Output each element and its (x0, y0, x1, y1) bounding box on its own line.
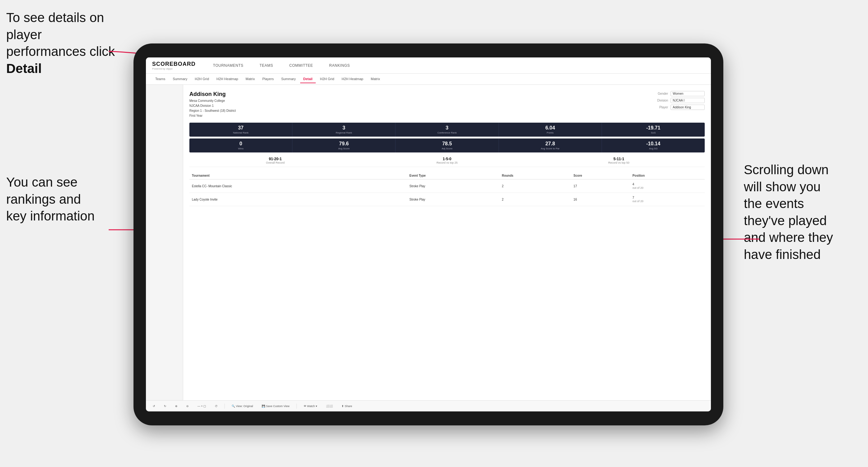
player-details: Mesa Community College NJCAA Division 1 … (189, 98, 236, 118)
position: 4out of 20 (630, 180, 705, 193)
player-row: Player Addison King (653, 105, 705, 110)
table-row: Lady Coyote Invite Stroke Play 2 16 7out… (189, 193, 705, 206)
toolbar-save-custom-view[interactable]: 💾 Save Custom View (260, 404, 291, 409)
nav-tournaments[interactable]: TOURNAMENTS (211, 62, 245, 69)
stat-cell-conference-rank: 3Conference Rank (396, 123, 499, 136)
subnav-h2h-heatmap[interactable]: H2H Heatmap (213, 75, 241, 83)
gender-label: Gender (653, 92, 668, 95)
score: 17 (571, 180, 630, 193)
player-year: First Year (189, 114, 203, 117)
event-type: Stroke Play (407, 193, 499, 206)
record-item: 91-20-1Overall Record (189, 157, 361, 164)
annotation-text-4: key information (6, 209, 95, 223)
toolbar-watch[interactable]: 👁 Watch ▾ (302, 404, 319, 409)
tournament-name: Lady Coyote Invite (189, 193, 385, 206)
subnav-matrix[interactable]: Matrix (243, 75, 258, 83)
table-header: Rounds (499, 172, 571, 180)
annotation-text-5: Scrolling down (744, 162, 829, 177)
logo-sub: Powered by clippd (152, 67, 195, 70)
sub-nav: Teams Summary H2H Grid H2H Heatmap Matri… (146, 73, 711, 85)
subnav-matrix2[interactable]: Matrix (368, 75, 383, 83)
stat-cell-points: 6.04Points (499, 123, 602, 136)
top-nav: SCOREBOARD Powered by clippd TOURNAMENTS… (146, 57, 711, 73)
player-info-left: Addison King Mesa Community College NJCA… (189, 91, 236, 118)
player-select[interactable]: Addison King (671, 105, 705, 110)
gender-row: Gender Women (653, 91, 705, 96)
toolbar-sep-1 (224, 404, 225, 409)
player-name: Addison King (189, 91, 236, 97)
rounds: 2 (499, 180, 571, 193)
stat-cell-adj-score: 78.5Adj Score (396, 138, 499, 152)
subnav-h2h-grid[interactable]: H2H Grid (191, 75, 212, 83)
subnav-detail[interactable]: Detail (300, 75, 316, 83)
toolbar-undo[interactable]: ↺ (151, 404, 157, 409)
tablet-screen: SCOREBOARD Powered by clippd TOURNAMENTS… (146, 57, 711, 411)
player-region: Region 1 - Southwest (18) District (189, 109, 236, 113)
toolbar-share[interactable]: ⬆ Share (340, 404, 354, 409)
subnav-h2h-heatmap2[interactable]: H2H Heatmap (339, 75, 367, 83)
subnav-summary[interactable]: Summary (169, 75, 190, 83)
annotation-text-7: the events (744, 196, 804, 211)
logo-text: SCOREBOARD (152, 61, 195, 67)
nav-rankings[interactable]: RANKINGS (327, 62, 352, 69)
left-sidebar (146, 85, 183, 400)
subnav-summary2[interactable]: Summary (278, 75, 299, 83)
stats-row-2: 0Wins79.6Avg Score78.5Adj Score27.8Avg S… (189, 138, 705, 152)
annotation-text-2: You can see (6, 175, 78, 189)
player-header: Addison King Mesa Community College NJCA… (189, 91, 705, 118)
division-label: Division (653, 99, 668, 102)
annotation-text-6: will show you (744, 180, 820, 194)
toolbar-zoom-in[interactable]: ⊕ (173, 404, 180, 409)
table-header: Position (630, 172, 705, 180)
record-item: 5-11-1Record vs top 50 (533, 157, 705, 164)
tournament-name: Estella CC- Mountain Classic (189, 180, 385, 193)
player-info-right: Gender Women Division NJCAA I (653, 91, 705, 110)
records-row: 91-20-1Overall Record1-5-0Record vs top … (189, 154, 705, 167)
stat-cell-sos: -19.71SoS (602, 123, 705, 136)
logo: SCOREBOARD Powered by clippd (152, 61, 195, 70)
player-college: Mesa Community College (189, 99, 225, 102)
subnav-teams[interactable]: Teams (152, 75, 168, 83)
tablet-frame: SCOREBOARD Powered by clippd TOURNAMENTS… (133, 43, 723, 426)
stat-cell-wins: 0Wins (189, 138, 292, 152)
annotation-text-1: To see details on player performances cl… (6, 10, 115, 59)
division-select[interactable]: NJCAA I (671, 98, 705, 103)
table-header: Event Type (407, 172, 499, 180)
toolbar-timer[interactable]: ⏱ (213, 404, 219, 409)
nav-teams[interactable]: TEAMS (258, 62, 275, 69)
player-division: NJCAA Division 1 (189, 104, 214, 107)
gender-select[interactable]: Women (671, 91, 705, 96)
table-header: Tournament (189, 172, 385, 180)
position: 7out of 20 (630, 193, 705, 206)
subnav-players[interactable]: Players (259, 75, 277, 83)
table-header: Score (571, 172, 630, 180)
toolbar-view-original[interactable]: 🔍 View: Original (230, 404, 255, 409)
score: 16 (571, 193, 630, 206)
table-header (385, 172, 407, 180)
subnav-h2h-grid2[interactable]: H2H Grid (317, 75, 337, 83)
toolbar-sep-2 (297, 404, 297, 409)
table-row: Estella CC- Mountain Classic Stroke Play… (189, 180, 705, 193)
toolbar-zoom-out[interactable]: ⊖ (184, 404, 191, 409)
annotation-text-8: they've played (744, 213, 827, 228)
division-row: Division NJCAA I (653, 98, 705, 103)
content-area: Addison King Mesa Community College NJCA… (146, 85, 711, 400)
main-content: Addison King Mesa Community College NJCA… (183, 85, 711, 400)
stat-cell-avg-sg: -10.14Avg SG (602, 138, 705, 152)
tournament-table: TournamentEvent TypeRoundsScorePosition … (189, 172, 705, 206)
toolbar-size[interactable]: — + ▢ (195, 404, 208, 409)
rounds: 2 (499, 193, 571, 206)
tournament-spacer (385, 193, 407, 206)
toolbar-screens[interactable]: ⬜⬜ (324, 404, 335, 409)
stats-row-1: 37National Rank3Regional Rank3Conference… (189, 123, 705, 136)
tournament-spacer (385, 180, 407, 193)
bottom-toolbar: ↺ ↻ ⊕ ⊖ — + ▢ ⏱ 🔍 View: Original 💾 Save … (146, 400, 711, 411)
player-label: Player (653, 105, 668, 109)
event-type: Stroke Play (407, 180, 499, 193)
nav-committee[interactable]: COMMITTEE (287, 62, 315, 69)
toolbar-redo[interactable]: ↻ (162, 404, 168, 409)
stat-cell-avg-score-to-par: 27.8Avg Score to Par (499, 138, 602, 152)
annotation-text-3: rankings and (6, 192, 81, 207)
record-item: 1-5-0Record vs top 25 (361, 157, 533, 164)
stat-cell-avg-score: 79.6Avg Score (292, 138, 396, 152)
